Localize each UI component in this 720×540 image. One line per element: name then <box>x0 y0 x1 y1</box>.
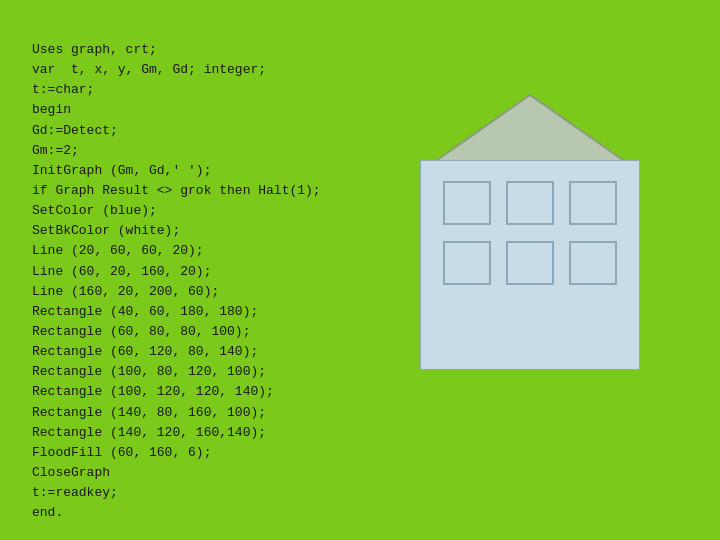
window-1-2 <box>506 181 554 225</box>
code-line-7: InitGraph (Gm, Gd,' '); <box>32 161 321 181</box>
code-line-13: Line (160, 20, 200, 60); <box>32 282 321 302</box>
window-1-1 <box>443 181 491 225</box>
house-illustration <box>400 90 660 380</box>
house-body <box>420 160 640 370</box>
code-line-16: Rectangle (60, 120, 80, 140); <box>32 342 321 362</box>
code-line-12: Line (60, 20, 160, 20); <box>32 262 321 282</box>
code-line-8: if Graph Result <> grok then Halt(1); <box>32 181 321 201</box>
code-line-17: Rectangle (100, 80, 120, 100); <box>32 362 321 382</box>
code-line-9: SetColor (blue); <box>32 201 321 221</box>
code-line-6: Gm:=2; <box>32 141 321 161</box>
window-row-2 <box>421 241 639 285</box>
window-2-2 <box>506 241 554 285</box>
code-line-10: SetBkColor (white); <box>32 221 321 241</box>
svg-marker-0 <box>430 95 630 165</box>
code-line-4: begin <box>32 100 321 120</box>
house-roof <box>400 90 660 170</box>
code-line-11: Line (20, 60, 60, 20); <box>32 241 321 261</box>
code-line-15: Rectangle (60, 80, 80, 100); <box>32 322 321 342</box>
window-1-3 <box>569 181 617 225</box>
window-2-1 <box>443 241 491 285</box>
code-line-20: Rectangle (140, 120, 160,140); <box>32 423 321 443</box>
code-line-23: t:=readkey; <box>32 483 321 503</box>
code-line-14: Rectangle (40, 60, 180, 180); <box>32 302 321 322</box>
window-row-1 <box>421 181 639 225</box>
code-line-22: CloseGraph <box>32 463 321 483</box>
code-panel: Uses graph, crt;var t, x, y, Gm, Gd; int… <box>32 40 321 523</box>
code-line-5: Gd:=Detect; <box>32 121 321 141</box>
code-line-24: end. <box>32 503 321 523</box>
code-line-2: var t, x, y, Gm, Gd; integer; <box>32 60 321 80</box>
code-line-3: t:=char; <box>32 80 321 100</box>
code-line-19: Rectangle (140, 80, 160, 100); <box>32 403 321 423</box>
code-line-21: FloodFill (60, 160, 6); <box>32 443 321 463</box>
window-2-3 <box>569 241 617 285</box>
code-line-1: Uses graph, crt; <box>32 40 321 60</box>
code-line-18: Rectangle (100, 120, 120, 140); <box>32 382 321 402</box>
